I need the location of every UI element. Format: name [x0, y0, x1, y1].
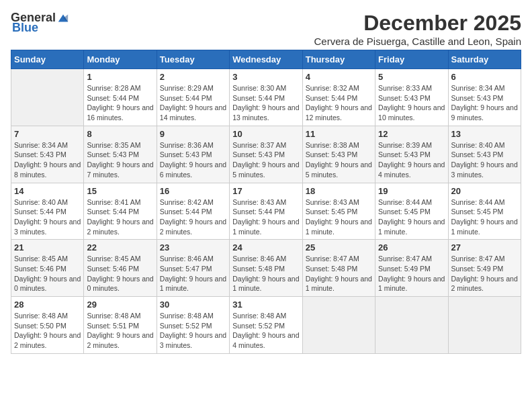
day-number: 26: [378, 242, 445, 253]
calendar-cell: 9Sunrise: 8:36 AMSunset: 5:43 PMDaylight…: [157, 126, 229, 183]
calendar-cell: 6Sunrise: 8:34 AMSunset: 5:43 PMDaylight…: [448, 69, 521, 126]
day-info: Sunrise: 8:44 AMSunset: 5:45 PMDaylight:…: [378, 197, 445, 237]
calendar-cell: [302, 297, 375, 354]
day-number: 10: [232, 129, 299, 139]
day-number: 24: [232, 242, 299, 253]
day-number: 14: [14, 186, 81, 196]
logo: General Blue: [11, 11, 69, 35]
calendar-cell: 29Sunrise: 8:48 AMSunset: 5:51 PMDayligh…: [84, 297, 157, 354]
day-number: 7: [14, 129, 81, 139]
day-number: 6: [451, 72, 518, 82]
calendar-cell: 20Sunrise: 8:44 AMSunset: 5:45 PMDayligh…: [448, 183, 521, 240]
day-info: Sunrise: 8:45 AMSunset: 5:46 PMDaylight:…: [14, 254, 81, 293]
day-number: 12: [378, 129, 445, 139]
day-number: 25: [306, 242, 372, 253]
calendar-cell: 5Sunrise: 8:33 AMSunset: 5:43 PMDaylight…: [375, 69, 448, 126]
day-number: 23: [160, 242, 226, 253]
calendar-week-5: 28Sunrise: 8:48 AMSunset: 5:50 PMDayligh…: [11, 297, 521, 354]
calendar-cell: 15Sunrise: 8:41 AMSunset: 5:44 PMDayligh…: [84, 183, 157, 240]
day-info: Sunrise: 8:48 AMSunset: 5:52 PMDaylight:…: [160, 311, 226, 351]
main-title: December 2025: [314, 11, 521, 36]
day-info: Sunrise: 8:28 AMSunset: 5:44 PMDaylight:…: [87, 83, 153, 123]
day-info: Sunrise: 8:34 AMSunset: 5:43 PMDaylight:…: [14, 140, 81, 180]
calendar-cell: 26Sunrise: 8:47 AMSunset: 5:49 PMDayligh…: [375, 240, 448, 297]
day-number: 13: [451, 129, 518, 139]
day-info: Sunrise: 8:46 AMSunset: 5:47 PMDaylight:…: [160, 254, 226, 293]
calendar-cell: 8Sunrise: 8:35 AMSunset: 5:43 PMDaylight…: [84, 126, 157, 183]
day-number: 15: [87, 186, 153, 196]
calendar-cell: 7Sunrise: 8:34 AMSunset: 5:43 PMDaylight…: [11, 126, 84, 183]
calendar-cell: 30Sunrise: 8:48 AMSunset: 5:52 PMDayligh…: [157, 297, 229, 354]
day-info: Sunrise: 8:44 AMSunset: 5:45 PMDaylight:…: [451, 197, 518, 237]
day-info: Sunrise: 8:37 AMSunset: 5:43 PMDaylight:…: [232, 140, 299, 180]
calendar-week-1: 1Sunrise: 8:28 AMSunset: 5:44 PMDaylight…: [11, 69, 521, 126]
calendar-cell: 17Sunrise: 8:43 AMSunset: 5:44 PMDayligh…: [230, 183, 302, 240]
day-number: 8: [87, 129, 153, 139]
day-info: Sunrise: 8:38 AMSunset: 5:43 PMDaylight:…: [306, 140, 372, 180]
weekday-header-sunday: Sunday: [11, 50, 84, 69]
day-number: 16: [160, 186, 226, 196]
day-number: 29: [87, 300, 153, 310]
day-number: 31: [232, 300, 299, 310]
calendar-cell: 14Sunrise: 8:40 AMSunset: 5:44 PMDayligh…: [11, 183, 84, 240]
day-number: 27: [451, 242, 518, 253]
day-info: Sunrise: 8:45 AMSunset: 5:46 PMDaylight:…: [87, 254, 153, 293]
day-info: Sunrise: 8:48 AMSunset: 5:51 PMDaylight:…: [87, 311, 153, 351]
calendar-cell: 28Sunrise: 8:48 AMSunset: 5:50 PMDayligh…: [11, 297, 84, 354]
day-number: 3: [232, 72, 299, 82]
day-info: Sunrise: 8:42 AMSunset: 5:44 PMDaylight:…: [160, 197, 226, 237]
calendar-cell: [448, 297, 521, 354]
calendar-cell: [375, 297, 448, 354]
calendar-cell: 1Sunrise: 8:28 AMSunset: 5:44 PMDaylight…: [84, 69, 157, 126]
calendar-week-2: 7Sunrise: 8:34 AMSunset: 5:43 PMDaylight…: [11, 126, 521, 183]
day-info: Sunrise: 8:32 AMSunset: 5:44 PMDaylight:…: [306, 83, 372, 123]
day-number: 30: [160, 300, 226, 310]
day-info: Sunrise: 8:47 AMSunset: 5:48 PMDaylight:…: [306, 254, 372, 293]
logo-icon: [57, 12, 69, 24]
day-number: 28: [14, 300, 81, 310]
day-number: 5: [378, 72, 445, 82]
weekday-header-saturday: Saturday: [448, 50, 521, 69]
day-info: Sunrise: 8:33 AMSunset: 5:43 PMDaylight:…: [378, 83, 445, 123]
title-block: December 2025 Cervera de Pisuerga, Casti…: [314, 11, 521, 47]
calendar-cell: 23Sunrise: 8:46 AMSunset: 5:47 PMDayligh…: [157, 240, 229, 297]
calendar-cell: 21Sunrise: 8:45 AMSunset: 5:46 PMDayligh…: [11, 240, 84, 297]
weekday-header-monday: Monday: [84, 50, 157, 69]
calendar-week-3: 14Sunrise: 8:40 AMSunset: 5:44 PMDayligh…: [11, 183, 521, 240]
day-number: 19: [378, 186, 445, 196]
calendar-cell: 4Sunrise: 8:32 AMSunset: 5:44 PMDaylight…: [302, 69, 375, 126]
logo-blue: Blue: [12, 21, 38, 35]
day-number: 1: [87, 72, 153, 82]
day-number: 21: [14, 242, 81, 253]
calendar-cell: 31Sunrise: 8:48 AMSunset: 5:52 PMDayligh…: [230, 297, 302, 354]
calendar-cell: 22Sunrise: 8:45 AMSunset: 5:46 PMDayligh…: [84, 240, 157, 297]
day-info: Sunrise: 8:39 AMSunset: 5:43 PMDaylight:…: [378, 140, 445, 180]
calendar-cell: 10Sunrise: 8:37 AMSunset: 5:43 PMDayligh…: [230, 126, 302, 183]
calendar-cell: 16Sunrise: 8:42 AMSunset: 5:44 PMDayligh…: [157, 183, 229, 240]
day-info: Sunrise: 8:41 AMSunset: 5:44 PMDaylight:…: [87, 197, 153, 237]
day-info: Sunrise: 8:46 AMSunset: 5:48 PMDaylight:…: [232, 254, 299, 293]
weekday-header-friday: Friday: [375, 50, 448, 69]
calendar-cell: 25Sunrise: 8:47 AMSunset: 5:48 PMDayligh…: [302, 240, 375, 297]
day-number: 11: [306, 129, 372, 139]
calendar-cell: 13Sunrise: 8:40 AMSunset: 5:43 PMDayligh…: [448, 126, 521, 183]
day-info: Sunrise: 8:40 AMSunset: 5:43 PMDaylight:…: [451, 140, 518, 180]
calendar-table: SundayMondayTuesdayWednesdayThursdayFrid…: [11, 50, 521, 354]
day-info: Sunrise: 8:43 AMSunset: 5:45 PMDaylight:…: [306, 197, 372, 237]
page-header: General Blue December 2025 Cervera de Pi…: [11, 11, 521, 47]
calendar-cell: 11Sunrise: 8:38 AMSunset: 5:43 PMDayligh…: [302, 126, 375, 183]
calendar-cell: [11, 69, 84, 126]
subtitle: Cervera de Pisuerga, Castille and Leon, …: [314, 36, 521, 47]
day-info: Sunrise: 8:48 AMSunset: 5:52 PMDaylight:…: [232, 311, 299, 351]
calendar-header: SundayMondayTuesdayWednesdayThursdayFrid…: [11, 50, 521, 69]
day-number: 20: [451, 186, 518, 196]
day-info: Sunrise: 8:29 AMSunset: 5:44 PMDaylight:…: [160, 83, 226, 123]
calendar-cell: 12Sunrise: 8:39 AMSunset: 5:43 PMDayligh…: [375, 126, 448, 183]
day-info: Sunrise: 8:40 AMSunset: 5:44 PMDaylight:…: [14, 197, 81, 237]
calendar-cell: 2Sunrise: 8:29 AMSunset: 5:44 PMDaylight…: [157, 69, 229, 126]
calendar-cell: 19Sunrise: 8:44 AMSunset: 5:45 PMDayligh…: [375, 183, 448, 240]
day-number: 2: [160, 72, 226, 82]
day-number: 4: [306, 72, 372, 82]
weekday-header-thursday: Thursday: [302, 50, 375, 69]
day-info: Sunrise: 8:43 AMSunset: 5:44 PMDaylight:…: [232, 197, 299, 237]
